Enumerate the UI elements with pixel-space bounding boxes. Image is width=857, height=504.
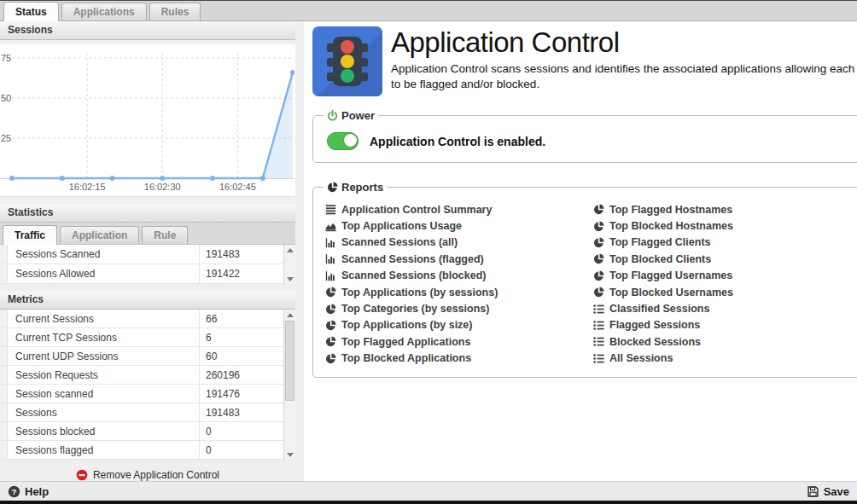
report-link-top-flagged-usernames[interactable]: Top Flagged Usernames [593, 268, 852, 284]
tab-rule[interactable]: Rule [142, 226, 188, 244]
stat-name: Sessions Scanned [8, 245, 199, 264]
report-link-top-flagged-applications[interactable]: Top Flagged Applications [325, 333, 593, 350]
tab-application[interactable]: Application [60, 226, 139, 244]
report-link-top-applications-by-size[interactable]: Top Applications (by size) [325, 317, 593, 333]
power-legend: Power [324, 109, 378, 122]
tab-traffic[interactable]: Traffic [3, 225, 57, 245]
pie-chart-icon [325, 320, 336, 331]
pie-chart-icon [325, 304, 336, 315]
help-button[interactable]: Help [8, 485, 49, 498]
report-link-flagged-sessions[interactable]: Flagged Sessions [593, 317, 852, 333]
row-gutter [0, 264, 8, 283]
report-link-top-blocked-hostnames[interactable]: Top Blocked Hostnames [593, 217, 852, 234]
row-gutter [0, 441, 8, 459]
power-toggle[interactable] [327, 132, 359, 150]
metric-value: 191476 [199, 385, 283, 403]
metric-name: Current TCP Sessions [8, 328, 199, 346]
metric-value: 0 [199, 422, 283, 440]
row-gutter [0, 403, 8, 421]
stat-value: 191422 [199, 264, 283, 283]
table-row: Current Sessions 66 [0, 310, 283, 328]
pie-chart-icon [593, 270, 604, 281]
metric-value: 6 [199, 328, 283, 346]
metric-name: Sessions flagged [8, 441, 199, 459]
tab-rules[interactable]: Rules [149, 3, 201, 20]
table-row: Session scanned 191476 [0, 385, 283, 403]
metric-name: Sessions [8, 403, 199, 421]
metrics-scrollbar[interactable] [283, 310, 295, 460]
sessions-chart: 25507516:02:1516:02:3016:02:45 [0, 44, 295, 197]
report-link-top-blocked-clients[interactable]: Top Blocked Clients [593, 251, 852, 267]
bar-chart-icon [325, 237, 336, 248]
row-gutter [0, 422, 8, 440]
metric-name: Current Sessions [8, 310, 199, 327]
report-link-top-flagged-hostnames[interactable]: Top Flagged Hostnames [593, 201, 852, 217]
report-link-top-flagged-clients[interactable]: Top Flagged Clients [593, 235, 852, 251]
pie-chart-icon [325, 336, 336, 347]
statistics-table: Sessions Scanned 191483 Sessions Allowed… [0, 245, 295, 284]
app-header: Application Control Application Control … [312, 26, 857, 96]
table-row: Current UDP Sessions 60 [0, 347, 283, 366]
save-button[interactable]: Save [807, 485, 849, 498]
tab-status[interactable]: Status [3, 2, 59, 21]
list-ul-icon [593, 336, 604, 347]
report-link-all-sessions[interactable]: All Sessions [593, 350, 852, 367]
save-icon [807, 485, 819, 498]
metric-name: Session scanned [8, 385, 199, 403]
table-row: Sessions Scanned 191483 [0, 245, 283, 264]
remove-icon [76, 469, 88, 481]
row-gutter [0, 385, 8, 403]
reports-section: Reports Application Control Summary Top … [312, 181, 857, 378]
metric-value: 0 [199, 441, 283, 459]
tab-applications[interactable]: Applications [61, 3, 147, 20]
report-link-classified-sessions[interactable]: Classified Sessions [593, 300, 852, 316]
row-gutter [0, 347, 8, 365]
reports-legend: Reports [324, 181, 387, 194]
page-title: Application Control [391, 26, 857, 59]
report-link-top-applications-by-sessions[interactable]: Top Applications (by sessions) [325, 284, 593, 300]
list-ul-icon [593, 320, 604, 331]
pie-chart-icon [325, 353, 336, 364]
report-link-top-applications-usage[interactable]: Top Applications Usage [325, 217, 593, 234]
scrollbar-thumb[interactable] [285, 321, 294, 401]
table-row: Sessions Allowed 191422 [0, 264, 283, 284]
table-row: Sessions flagged 0 [0, 441, 283, 460]
table-row: Current TCP Sessions 6 [0, 328, 283, 347]
pie-chart-icon [325, 287, 336, 298]
list-ul-icon [593, 304, 604, 315]
scroll-down-icon[interactable] [284, 449, 295, 460]
application-control-app-icon [312, 26, 382, 96]
report-link-application-control-summary[interactable]: Application Control Summary [325, 201, 593, 217]
report-link-scanned-sessions-flagged[interactable]: Scanned Sessions (flagged) [325, 251, 593, 267]
area-chart-icon [325, 221, 336, 232]
statistics-scrollbar[interactable] [283, 245, 295, 284]
traffic-light-icon [333, 37, 362, 86]
app-main-panel: Application Control Application Control … [304, 21, 857, 481]
row-gutter [0, 245, 8, 264]
power-status-text: Application Control is enabled. [370, 135, 545, 148]
report-link-top-categories-by-sessions[interactable]: Top Categories (by sessions) [325, 300, 593, 316]
table-row: Session Requests 260196 [0, 366, 283, 385]
svg-text:16:02:30: 16:02:30 [144, 182, 181, 191]
report-link-top-blocked-usernames[interactable]: Top Blocked Usernames [593, 284, 852, 300]
stat-value: 191483 [199, 245, 283, 264]
list-ul-icon [593, 353, 604, 364]
report-link-top-blocked-applications[interactable]: Top Blocked Applications [325, 350, 593, 367]
report-link-scanned-sessions-all[interactable]: Scanned Sessions (all) [325, 235, 593, 251]
scroll-up-icon[interactable] [284, 310, 295, 320]
bar-chart-icon [325, 253, 336, 264]
power-section: Power Application Control is enabled. [312, 109, 857, 163]
metrics-table: Current Sessions 66 Current TCP Sessions… [0, 310, 295, 460]
report-link-blocked-sessions[interactable]: Blocked Sessions [593, 333, 852, 350]
table-row: Sessions blocked 0 [0, 422, 283, 441]
metric-value: 260196 [199, 366, 283, 384]
scroll-up-icon[interactable] [284, 245, 295, 255]
list-icon [325, 204, 336, 215]
remove-label: Remove Application Control [93, 469, 219, 481]
pie-chart-icon [593, 287, 604, 298]
pie-chart-icon [593, 221, 604, 232]
statistics-panel-header: Statistics [0, 204, 295, 223]
scroll-down-icon[interactable] [284, 274, 295, 284]
report-link-scanned-sessions-blocked[interactable]: Scanned Sessions (blocked) [325, 268, 593, 284]
svg-text:25: 25 [1, 133, 11, 143]
